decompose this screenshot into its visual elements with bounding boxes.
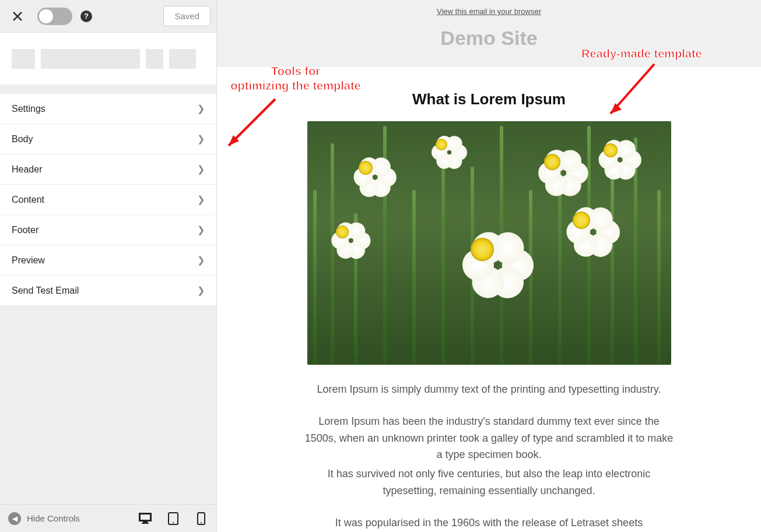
chevron-right-icon: ❯ bbox=[197, 164, 205, 175]
email-header: View this email in your browser Demo Sit… bbox=[217, 0, 761, 67]
redacted-block bbox=[146, 49, 163, 69]
preview-pane[interactable]: View this email in your browser Demo Sit… bbox=[217, 0, 761, 532]
sidebar-item-label: Settings bbox=[12, 104, 45, 114]
content-paragraph: It has survived not only five centuries,… bbox=[303, 466, 676, 499]
toggle-switch[interactable] bbox=[37, 8, 72, 25]
content-paragraph: Lorem Ipsum has been the industry's stan… bbox=[303, 413, 676, 463]
content-paragraph: Lorem Ipsum is simply dummy text of the … bbox=[303, 381, 676, 398]
sidebar-item-label: Send Test Email bbox=[12, 286, 79, 296]
chevron-right-icon: ❯ bbox=[197, 194, 205, 205]
content-headline: What is Lorem Ipsum bbox=[303, 90, 676, 108]
sidebar-item-preview[interactable]: Preview ❯ bbox=[0, 245, 216, 276]
sidebar-item-label: Body bbox=[12, 134, 33, 145]
sidebar-item-body[interactable]: Body ❯ bbox=[0, 124, 216, 154]
redacted-block bbox=[169, 49, 196, 69]
sidebar-item-content[interactable]: Content ❯ bbox=[0, 185, 216, 215]
sidebar-item-label: Preview bbox=[12, 255, 45, 266]
content-paragraph: It was popularised in the 1960s with the… bbox=[303, 515, 676, 531]
hero-image bbox=[307, 121, 671, 365]
svg-rect-5 bbox=[143, 522, 148, 523]
sidebar-footer: ◀ Hide Controls bbox=[0, 504, 216, 532]
tablet-icon bbox=[168, 512, 178, 525]
view-in-browser-link[interactable]: View this email in your browser bbox=[437, 7, 541, 16]
saved-button[interactable]: Saved bbox=[163, 6, 211, 26]
chevron-right-icon: ❯ bbox=[197, 103, 205, 114]
svg-rect-4 bbox=[141, 515, 150, 520]
chevron-right-icon: ❯ bbox=[197, 133, 205, 145]
collapse-icon: ◀ bbox=[8, 512, 21, 525]
device-desktop-button[interactable] bbox=[138, 512, 152, 526]
svg-point-10 bbox=[201, 522, 202, 523]
sidebar-item-footer[interactable]: Footer ❯ bbox=[0, 215, 216, 245]
site-title: Demo Site bbox=[217, 27, 761, 50]
sidebar-item-header[interactable]: Header ❯ bbox=[0, 154, 216, 185]
help-icon[interactable]: ? bbox=[80, 10, 92, 22]
sidebar-item-label: Footer bbox=[12, 225, 38, 235]
redacted-block bbox=[41, 49, 140, 69]
toggle-knob bbox=[39, 9, 53, 23]
sidebar-toolbar: ? Saved bbox=[0, 0, 216, 33]
sidebar-item-label: Content bbox=[12, 195, 44, 205]
email-body: What is Lorem Ipsum bbox=[217, 67, 761, 532]
mobile-icon bbox=[197, 512, 205, 525]
svg-point-8 bbox=[173, 522, 174, 523]
sidebar-title-area bbox=[0, 33, 216, 85]
chevron-right-icon: ❯ bbox=[197, 255, 205, 266]
hide-controls-label: Hide Controls bbox=[27, 513, 80, 523]
sidebar-item-settings[interactable]: Settings ❯ bbox=[0, 94, 216, 124]
sidebar-item-send-test-email[interactable]: Send Test Email ❯ bbox=[0, 276, 216, 306]
svg-rect-6 bbox=[142, 523, 149, 524]
device-tablet-button[interactable] bbox=[166, 512, 180, 526]
redacted-block bbox=[12, 49, 35, 69]
close-icon bbox=[12, 11, 23, 22]
sidebar-item-label: Header bbox=[12, 164, 42, 175]
hide-controls-button[interactable]: ◀ Hide Controls bbox=[8, 512, 80, 525]
chevron-right-icon: ❯ bbox=[197, 285, 205, 296]
customizer-sidebar: ? Saved Settings ❯ Body ❯ Header ❯ Conte… bbox=[0, 0, 217, 532]
device-mobile-button[interactable] bbox=[194, 512, 208, 526]
sidebar-menu: Settings ❯ Body ❯ Header ❯ Content ❯ Foo… bbox=[0, 93, 216, 306]
chevron-right-icon: ❯ bbox=[197, 224, 205, 235]
close-button[interactable] bbox=[6, 5, 29, 28]
desktop-icon bbox=[139, 513, 152, 524]
